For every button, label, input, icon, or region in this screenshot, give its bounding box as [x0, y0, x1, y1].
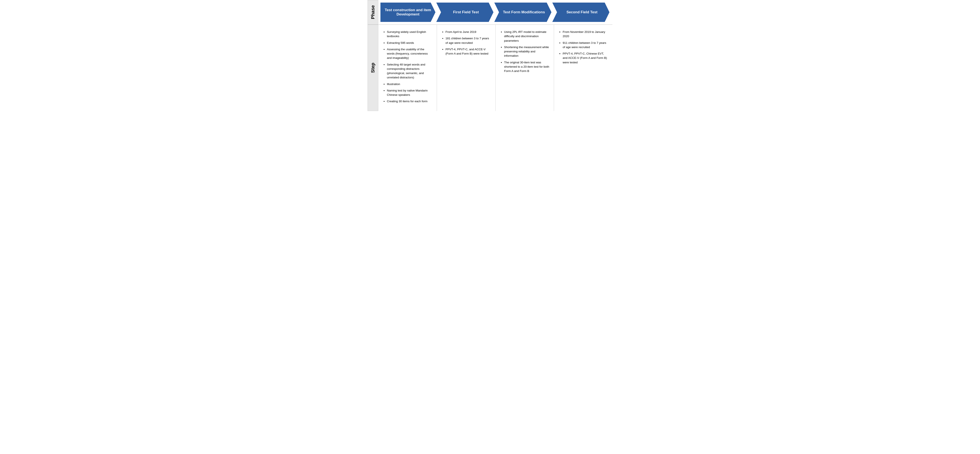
phase-arrow-2: First Field Test — [436, 3, 493, 22]
step-row: Step Surveying widely used English textb… — [368, 25, 612, 111]
phase-arrow-1-label: Test construction and item Development — [385, 8, 431, 17]
list-item: Using 2PL IRT model to estimate difficul… — [504, 30, 550, 43]
step-list-4: From November 2019 to January 2020 911 c… — [558, 30, 608, 65]
list-item: Naming test by native Mandarin Chinese s… — [387, 89, 433, 97]
step-col-1: Surveying widely used English textbooks … — [378, 25, 437, 111]
phase-arrow-4-label: Second Field Test — [566, 10, 597, 14]
phase-row: Phase Test construction and item Develop… — [368, 0, 612, 24]
list-item: Creating 30 items for each form — [387, 99, 433, 103]
list-item: Illustration — [387, 82, 433, 86]
phase-arrow-1: Test construction and item Development — [380, 3, 436, 22]
step-list-3: Using 2PL IRT model to estimate difficul… — [500, 30, 550, 73]
list-item: Shortening the measurement while preserv… — [504, 45, 550, 58]
step-list-2: From April to June 2019 181 children bet… — [441, 30, 491, 56]
list-item: Surveying widely used English textbooks — [387, 30, 433, 39]
list-item: PPVT-4, PPVT-C, Chinese EVT, and ACCE-V … — [563, 52, 608, 65]
step-list-1: Surveying widely used English textbooks … — [383, 30, 433, 104]
steps-columns: Surveying widely used English textbooks … — [378, 25, 612, 111]
step-col-4: From November 2019 to January 2020 911 c… — [554, 25, 612, 111]
list-item: From November 2019 to January 2020 — [563, 30, 608, 39]
list-item: The original 30-item test was shortened … — [504, 60, 550, 73]
arrows-container: Test construction and item Development F… — [378, 0, 612, 24]
list-item: Selecting 48 target words and correspond… — [387, 62, 433, 80]
step-col-2: From April to June 2019 181 children bet… — [437, 25, 496, 111]
list-item: 181 children between 3 to 7 years of age… — [445, 36, 491, 45]
phase-arrow-3: Test Form Modifications — [494, 3, 551, 22]
phase-arrow-3-label: Test Form Modifications — [503, 10, 545, 14]
list-item: PPVT-4, PPVT-C, and ACCE-V (Form A and F… — [445, 47, 491, 56]
step-label: Step — [368, 25, 378, 111]
phase-label: Phase — [368, 0, 378, 24]
list-item: From April to June 2019 — [445, 30, 491, 34]
phase-arrow-4: Second Field Test — [552, 3, 609, 22]
list-item: Assessing the usability of the words (fr… — [387, 47, 433, 60]
list-item: Extracting 595 words — [387, 41, 433, 45]
phase-arrow-2-label: First Field Test — [453, 10, 479, 14]
list-item: 911 children between 3 to 7 years of age… — [563, 41, 608, 49]
step-col-3: Using 2PL IRT model to estimate difficul… — [496, 25, 554, 111]
